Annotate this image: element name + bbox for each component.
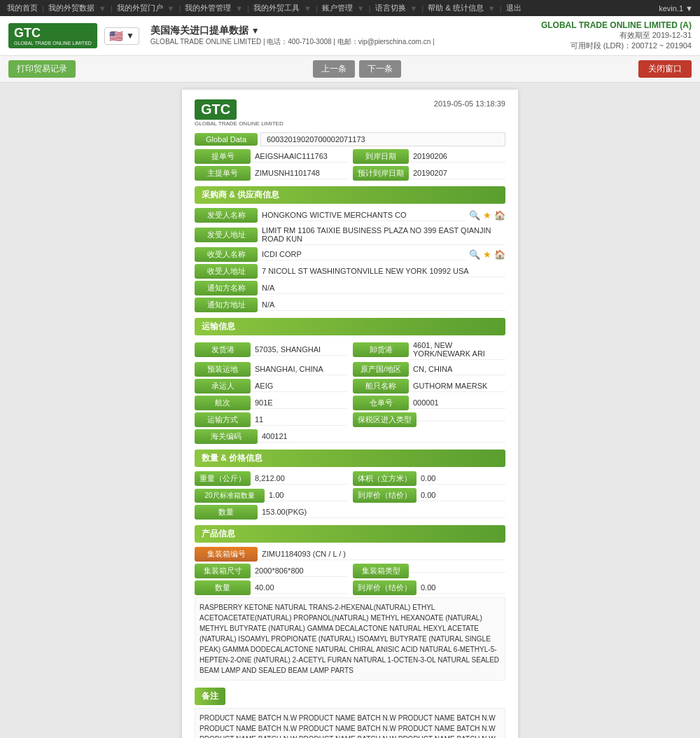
- tij-label: 体积（立方米）: [353, 471, 416, 486]
- daoan-label: 到岸价（结价）: [353, 488, 416, 503]
- star-icon[interactable]: ★: [483, 210, 491, 221]
- shul-row: 数量 153.00(PKG): [195, 505, 505, 520]
- house-icon[interactable]: 🏠: [494, 210, 505, 221]
- nav-portal[interactable]: 我的外贸门户: [117, 3, 163, 13]
- prod-shul-label: 数量: [195, 580, 251, 595]
- fahuo-addr-value: LIMIT RM 1106 TAIXIE BUSINESS PLAZA NO 3…: [258, 225, 505, 245]
- shouhuo-addr-row: 收受人地址 7 NICOLL ST WASHINGTONVILLE NEW YO…: [195, 264, 505, 279]
- search-icon[interactable]: 🔍: [469, 210, 480, 221]
- baoshui-value: [416, 418, 505, 422]
- tidan-value: AEIGSHAAIC111763: [251, 151, 347, 162]
- nav-data[interactable]: 我的外贸数据: [48, 3, 94, 13]
- product-description: RASPBERRY KETONE NATURAL TRANS-2-HEXENAL…: [195, 597, 505, 681]
- fahuo-gang-label: 发货港: [195, 342, 251, 357]
- yuanchan-label: 原产国/地区: [353, 362, 409, 377]
- tongzhi-name-row: 通知方名称 N/A: [195, 281, 505, 295]
- buyer-section-header: 采购商 & 供应商信息: [195, 186, 505, 204]
- global-data-value: 60032019020700002071173: [260, 132, 505, 146]
- zhuti-row: 主提单号 ZIMUSNH1101748 预计到岸日期 20190207: [195, 166, 505, 181]
- ji-label: 集装箱编号: [195, 547, 258, 562]
- tidan-row: 提单号 AEIGSHAAIC111763 到岸日期 20190206: [195, 149, 505, 164]
- daoan-value: 0.00: [416, 489, 505, 501]
- document-timestamp: 2019-05-05 13:18:39: [434, 99, 505, 108]
- prod-daoan-label: 到岸价（结价）: [353, 580, 416, 595]
- nav-tools[interactable]: 我的外贸工具: [253, 3, 300, 13]
- prod-shul-row: 数量 40.00 到岸价（结价） 0.00: [195, 580, 505, 595]
- tongzhi-addr-label: 通知方地址: [195, 298, 258, 312]
- yuzhuang-label: 预装运地: [195, 362, 251, 377]
- prev-button[interactable]: 上一条: [313, 60, 355, 78]
- nav-home[interactable]: 我的首页: [7, 3, 38, 13]
- erling-label: 20尺标准箱数量: [195, 489, 265, 503]
- daodao-label: 到岸日期: [353, 149, 409, 164]
- hangci-value: 901E: [251, 397, 347, 409]
- user-info: kevin.1 ▼: [659, 4, 693, 13]
- transport-section-header: 运输信息: [195, 318, 505, 335]
- baoshui-label: 保税区进入类型: [353, 412, 416, 427]
- nav-language[interactable]: 语言切换: [375, 3, 406, 13]
- star-icon-2[interactable]: ★: [483, 249, 491, 260]
- global-data-row: Global Data 60032019020700002071173: [195, 132, 505, 146]
- nav-account[interactable]: 账户管理: [322, 3, 353, 13]
- jitype-label: 集装箱类型: [353, 564, 409, 578]
- jisize-row: 集装箱尺寸 2000*806*800 集装箱类型: [195, 564, 505, 578]
- nav-logout[interactable]: 退出: [506, 3, 522, 13]
- nav-help[interactable]: 帮助 & 统计信息: [428, 3, 483, 13]
- zhongliang-label: 重量（公斤）: [195, 471, 251, 486]
- top-navigation: 我的首页 | 我的外贸数据 ▼ | 我的外贸门户 ▼ | 我的外管管理 ▼ | …: [7, 3, 522, 13]
- fahuo-addr-label: 发受人地址: [195, 228, 258, 242]
- ji-value: ZIMU1184093 (CN / L / ): [258, 548, 505, 560]
- chuanming-value: GUTHORM MAERSK: [409, 380, 505, 392]
- tongzhi-addr-value: N/A: [258, 299, 505, 311]
- prod-daoan-value: 0.00: [416, 582, 505, 594]
- yunshu-label: 运输方式: [195, 412, 251, 427]
- print-button[interactable]: 打印贸易记录: [8, 60, 76, 78]
- tij-value: 0.00: [416, 473, 505, 485]
- jisize-label: 集装箱尺寸: [195, 564, 251, 578]
- haiguan-value: 400121: [258, 431, 505, 443]
- search-icon-2[interactable]: 🔍: [469, 249, 480, 260]
- fahuo-name-value: HONGKONG WICTIVE MERCHANTS CO: [258, 209, 466, 221]
- chengzhou-row: 承运人 AEIG 船只名称 GUTHORM MAERSK: [195, 379, 505, 394]
- hangci-label: 航次: [195, 396, 251, 410]
- shouhuo-addr-value: 7 NICOLL ST WASHINGTONVILLE NEW YORK 109…: [258, 265, 505, 277]
- close-button[interactable]: 关闭窗口: [638, 60, 692, 78]
- page-title: 美国海关进口提单数据: [150, 25, 248, 37]
- zhongliang-value: 8,212.00: [251, 473, 347, 485]
- tidan-label: 提单号: [195, 149, 251, 164]
- gtc-logo: GTC GLOBAL TRADE ONLINE LIMITED: [8, 23, 97, 48]
- prod-shul-value: 40.00: [251, 582, 347, 594]
- remarks-text: PRODUCT NAME BATCH N.W PRODUCT NAME BATC…: [195, 708, 505, 738]
- fahuo-name-label: 发受人名称: [195, 208, 258, 223]
- page-title-area: 美国海关进口提单数据 ▼ GLOBAL TRADE ONLINE LIMITED…: [139, 25, 541, 47]
- gang-row: 发货港 57035, SHANGHAI 卸货港 4601, NEW YORK/N…: [195, 340, 505, 360]
- daodao-value: 20190206: [409, 151, 505, 162]
- weight-row: 重量（公斤） 8,212.00 体积（立方米） 0.00: [195, 471, 505, 486]
- top-toolbar: 打印贸易记录 上一条 下一条 关闭窗口: [0, 56, 700, 83]
- tongzhi-name-value: N/A: [258, 282, 505, 294]
- yuanchan-value: CN, CHINA: [409, 363, 505, 375]
- global-data-label: Global Data: [195, 133, 258, 146]
- ji-row: 集装箱编号 ZIMU1184093 (CN / L / ): [195, 547, 505, 562]
- language-selector[interactable]: 🇺🇸 ▼: [104, 27, 139, 45]
- diehuo-gang-value: 4601, NEW YORK/NEWARK ARI: [409, 340, 505, 360]
- shouhuo-name-value: ICDI CORP: [258, 249, 466, 260]
- nav-manage[interactable]: 我的外管管理: [185, 3, 231, 13]
- document-panel: GTC GLOBAL TRADE ONLINE LIMITED 2019-05-…: [182, 90, 518, 738]
- yunshu-value: 11: [251, 414, 347, 426]
- company-info: GLOBAL TRADE ONLINE LIMITED (A) 有效期至 201…: [541, 20, 692, 51]
- next-button[interactable]: 下一条: [359, 60, 401, 78]
- diehuo-gang-label: 卸货港: [353, 342, 409, 357]
- chuanming-label: 船只名称: [353, 379, 409, 394]
- hangci-row: 航次 901E 仓单号 000001: [195, 396, 505, 410]
- fahuo-addr-row: 发受人地址 LIMIT RM 1106 TAIXIE BUSINESS PLAZ…: [195, 225, 505, 245]
- house-icon-2[interactable]: 🏠: [494, 249, 505, 260]
- quantity-section-header: 数量 & 价格信息: [195, 450, 505, 467]
- yuji-label: 预计到岸日期: [353, 166, 409, 181]
- fahuo-name-row: 发受人名称 HONGKONG WICTIVE MERCHANTS CO 🔍 ★ …: [195, 208, 505, 223]
- zhuti-value: ZIMUSNH1101748: [251, 167, 347, 179]
- shouhuo-name-row: 收受人名称 ICDI CORP 🔍 ★ 🏠: [195, 247, 505, 262]
- page-title-dropdown-icon[interactable]: ▼: [251, 26, 260, 36]
- tongzhi-name-label: 通知方名称: [195, 281, 258, 295]
- page-subtitle: GLOBAL TRADE ONLINE LIMITED | 电话：400-710…: [150, 37, 541, 47]
